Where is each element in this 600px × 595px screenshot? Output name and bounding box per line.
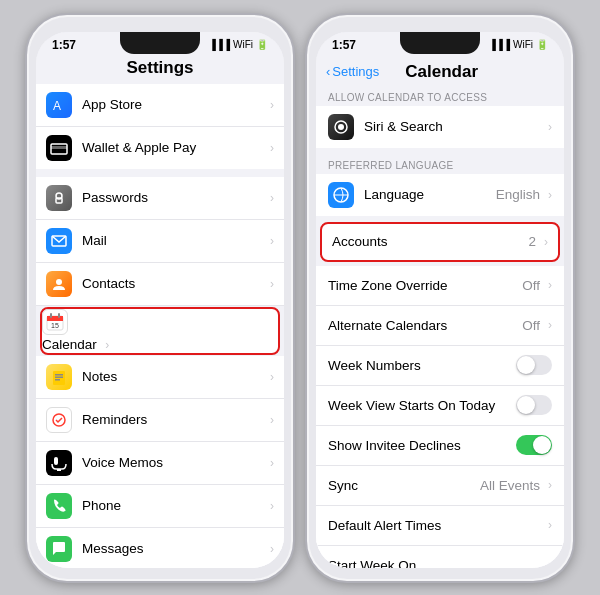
svg-rect-9	[50, 313, 52, 318]
language-group: PREFERRED LANGUAGE Language English ›	[316, 154, 564, 216]
altcal-label: Alternate Calendars	[328, 318, 522, 333]
svg-point-29	[338, 124, 344, 130]
chevron-icon: ›	[270, 234, 274, 248]
settings-title: Settings	[36, 54, 284, 84]
list-item[interactable]: Passwords ›	[36, 177, 284, 220]
language-items: Language English ›	[316, 174, 564, 216]
language-label: PREFERRED LANGUAGE	[316, 154, 564, 174]
accounts-label: Accounts	[332, 234, 528, 249]
sync-value: All Events	[480, 478, 540, 493]
language-value: English	[496, 187, 540, 202]
chevron-icon: ›	[270, 277, 274, 291]
appstore-icon: A	[46, 92, 72, 118]
wallet-icon	[46, 135, 72, 161]
battery-icon: 🔋	[536, 39, 548, 50]
allow-access-group: ALLOW CALENDAR TO ACCESS Siri & Search ›	[316, 86, 564, 148]
siri-icon	[328, 114, 354, 140]
chevron-icon: ›	[105, 338, 109, 352]
wifi-icon: WiFi	[513, 39, 533, 50]
invitee-label: Show Invitee Declines	[328, 438, 516, 453]
svg-rect-4	[56, 198, 62, 203]
weekview-label: Week View Starts On Today	[328, 398, 516, 413]
list-item[interactable]: Week View Starts On Today	[316, 386, 564, 426]
chevron-icon: ›	[270, 499, 274, 513]
list-item[interactable]: Default Alert Times ›	[316, 506, 564, 546]
chevron-icon: ›	[548, 478, 552, 492]
passwords-label: Passwords	[82, 190, 266, 205]
chevron-icon: ›	[548, 318, 552, 332]
allow-access-label: ALLOW CALENDAR TO ACCESS	[316, 86, 564, 106]
chevron-icon: ›	[544, 235, 548, 249]
list-item[interactable]: Language English ›	[316, 174, 564, 216]
left-phone: 1:57 ▐▐▐ WiFi 🔋 Settings A App Store	[25, 13, 295, 583]
notch	[400, 32, 480, 54]
list-item[interactable]: Show Invitee Declines	[316, 426, 564, 466]
voicememos-icon	[46, 450, 72, 476]
chevron-icon: ›	[548, 120, 552, 134]
chevron-icon: ›	[270, 456, 274, 470]
list-item[interactable]: Notes ›	[36, 356, 284, 399]
accounts-row[interactable]: Accounts 2 ›	[320, 222, 560, 262]
other-settings-items: Time Zone Override Off › Alternate Calen…	[316, 266, 564, 568]
notch	[120, 32, 200, 54]
right-screen: 1:57 ▐▐▐ WiFi 🔋 ‹ Settings Calendar ALLO…	[316, 32, 564, 568]
calendar-icon: 15	[42, 309, 68, 335]
list-item[interactable]: Siri & Search ›	[316, 106, 564, 148]
sync-label: Sync	[328, 478, 480, 493]
phone-label: Phone	[82, 498, 266, 513]
notes-icon	[46, 364, 72, 390]
invitee-toggle[interactable]	[516, 435, 552, 455]
list-item[interactable]: Voice Memos ›	[36, 442, 284, 485]
language-icon	[328, 182, 354, 208]
calendar-nav: ‹ Settings Calendar	[316, 54, 564, 86]
signal-icon: ▐▐▐	[209, 39, 230, 50]
list-item[interactable]: Contacts ›	[36, 263, 284, 306]
settings-group-1-items: A App Store › Wallet & Apple Pay ›	[36, 84, 284, 169]
settings-group-2-items: Passwords › Mail › Conta	[36, 177, 284, 568]
list-item[interactable]: Time Zone Override Off ›	[316, 266, 564, 306]
calendar-settings-list: ALLOW CALENDAR TO ACCESS Siri & Search ›…	[316, 86, 564, 568]
messages-label: Messages	[82, 541, 266, 556]
week-view-toggle[interactable]	[516, 395, 552, 415]
chevron-icon: ›	[270, 98, 274, 112]
list-item[interactable]: Wallet & Apple Pay ›	[36, 127, 284, 169]
battery-icon: 🔋	[256, 39, 268, 50]
chevron-icon: ›	[548, 558, 552, 568]
svg-rect-13	[55, 374, 63, 376]
list-item[interactable]: Mail ›	[36, 220, 284, 263]
status-time-right: 1:57	[332, 38, 356, 52]
status-icons-left: ▐▐▐ WiFi 🔋	[209, 39, 268, 50]
messages-icon	[46, 536, 72, 562]
list-item[interactable]: A App Store ›	[36, 84, 284, 127]
chevron-icon: ›	[270, 413, 274, 427]
settings-group-1: A App Store › Wallet & Apple Pay ›	[36, 84, 284, 169]
list-item[interactable]: Alternate Calendars Off ›	[316, 306, 564, 346]
back-chevron-icon: ‹	[326, 64, 330, 79]
list-item[interactable]: Reminders ›	[36, 399, 284, 442]
chevron-icon: ›	[548, 278, 552, 292]
accounts-value: 2	[528, 234, 536, 249]
status-time-left: 1:57	[52, 38, 76, 52]
calendar-row[interactable]: 15 Calendar ›	[40, 307, 280, 355]
settings-list: A App Store › Wallet & Apple Pay ›	[36, 84, 284, 568]
back-button[interactable]: ‹ Settings	[326, 64, 379, 79]
wifi-icon: WiFi	[233, 39, 253, 50]
list-item[interactable]: Phone ›	[36, 485, 284, 528]
list-item[interactable]: Start Week On ›	[316, 546, 564, 568]
allow-access-items: Siri & Search ›	[316, 106, 564, 148]
settings-group-2: Passwords › Mail › Conta	[36, 177, 284, 568]
list-item[interactable]: Sync All Events ›	[316, 466, 564, 506]
chevron-icon: ›	[270, 141, 274, 155]
mail-icon	[46, 228, 72, 254]
reminders-label: Reminders	[82, 412, 266, 427]
list-item[interactable]: Week Numbers	[316, 346, 564, 386]
voicememos-label: Voice Memos	[82, 455, 266, 470]
calendar-label: Calendar	[42, 337, 97, 352]
svg-rect-2	[51, 146, 67, 149]
chevron-icon: ›	[270, 370, 274, 384]
reminders-icon	[46, 407, 72, 433]
timezone-label: Time Zone Override	[328, 278, 522, 293]
list-item[interactable]: Messages ›	[36, 528, 284, 568]
back-label: Settings	[332, 64, 379, 79]
week-numbers-toggle[interactable]	[516, 355, 552, 375]
